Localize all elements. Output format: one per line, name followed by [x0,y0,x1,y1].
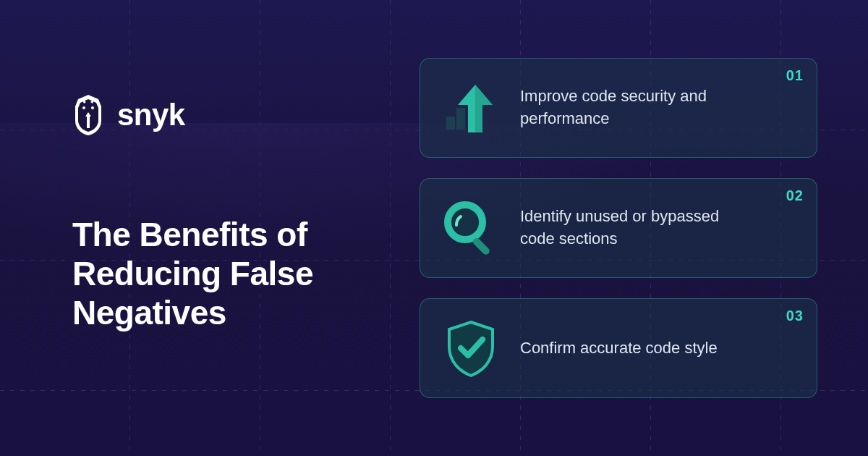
brand-name: snyk [117,98,185,132]
magnifier-icon [439,196,503,260]
benefit-card-1: 01 Improve code security and performance [420,58,817,158]
card-text: Confirm accurate code style [520,337,718,360]
left-column: snyk The Benefits of Reducing False Nega… [72,124,391,333]
card-text: Identify unused or bypassed code section… [520,206,752,250]
benefit-card-2: 02 Identify unused or bypassed code sect… [420,178,817,278]
cards-column: 01 Improve code security and performance… [420,58,817,398]
page-title: The Benefits of Reducing False Negatives [72,215,391,333]
arrow-up-icon [439,76,503,140]
benefit-card-3: 03 Confirm accurate code style [420,298,817,398]
svg-point-1 [91,106,94,109]
card-number: 02 [786,187,804,204]
svg-point-0 [82,106,85,109]
svg-rect-2 [87,117,90,128]
svg-rect-4 [456,108,465,130]
main-content: snyk The Benefits of Reducing False Nega… [0,0,868,456]
svg-rect-3 [446,117,455,130]
card-number: 03 [786,308,804,324]
snyk-logo-icon [72,95,104,135]
card-text: Improve code security and performance [520,85,752,130]
brand-logo: snyk [72,95,391,135]
svg-rect-7 [472,237,491,256]
card-number: 01 [786,67,804,84]
shield-check-icon [439,316,503,380]
